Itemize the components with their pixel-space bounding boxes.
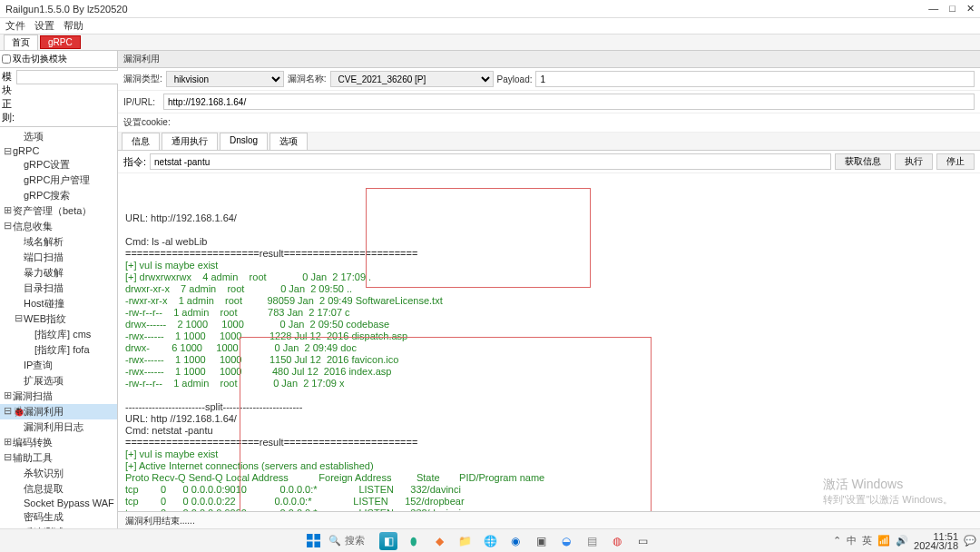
menu-settings[interactable]: 设置 (34, 19, 54, 33)
tree-fp-fofa[interactable]: [指纹库] fofa (0, 342, 117, 358)
taskbar-app-11[interactable]: ▭ (633, 532, 652, 550)
subtab-info[interactable]: 信息 (122, 133, 160, 150)
menu-help[interactable]: 帮助 (64, 19, 83, 33)
panel-title: 漏洞利用 (118, 51, 980, 68)
tray-ime-en[interactable]: 英 (862, 534, 872, 547)
vuln-name-label: 漏洞名称: (288, 73, 327, 85)
svg-rect-0 (307, 534, 313, 540)
module-tree[interactable]: 选项 ⊟gRPC gRPC设置 gRPC用户管理 gRPC搜索 ⊞资产管理（be… (0, 127, 117, 530)
subtab-exec[interactable]: 通用执行 (162, 133, 218, 150)
tree-encoding[interactable]: ⊞编码转换 (0, 435, 117, 450)
cmd-input[interactable] (150, 153, 831, 170)
tree-exploit-log[interactable]: 漏洞利用日志 (0, 419, 117, 435)
payload-input[interactable] (535, 71, 975, 87)
subtab-options[interactable]: 选项 (270, 133, 308, 150)
svg-rect-1 (314, 534, 320, 540)
tree-vulnscan[interactable]: ⊞漏洞扫描 (0, 389, 117, 404)
tree-exploit[interactable]: ⊟🐞漏洞利用 (0, 404, 117, 419)
stop-button[interactable]: 停止 (936, 153, 975, 170)
tree-fp-cms[interactable]: [指纹库] cms (0, 327, 117, 342)
tray-ime-zh[interactable]: 中 (847, 534, 857, 547)
tray-volume-icon[interactable]: 🔊 (896, 535, 908, 547)
cookie-label: 设置cookie: (123, 116, 171, 129)
minimize-button[interactable]: — (928, 3, 938, 15)
tree-grpc[interactable]: ⊟gRPC (0, 144, 117, 157)
tree-hostcollision[interactable]: Host碰撞 (0, 296, 117, 311)
taskbar-app-6[interactable]: ◉ (506, 532, 524, 550)
tree-portscan[interactable]: 端口扫描 (0, 250, 117, 265)
taskbar-explorer[interactable]: 📁 (456, 532, 474, 550)
tree-dirscan[interactable]: 目录扫描 (0, 281, 117, 296)
tree-webfp[interactable]: ⊟WEB指纹 (0, 311, 117, 327)
tree-options[interactable]: 选项 (0, 129, 117, 144)
tray-wifi-icon[interactable]: 📶 (877, 535, 890, 547)
vuln-name-select[interactable]: CVE_2021_36260 [P] (330, 71, 494, 87)
highlight-box-1 (366, 188, 591, 288)
taskbar-app-7[interactable]: ▣ (532, 532, 550, 550)
tab-home[interactable]: 首页 (4, 34, 38, 51)
svg-rect-2 (307, 541, 313, 547)
getinfo-button[interactable]: 获取信息 (835, 153, 891, 170)
module-filter-label: 模块正则: (2, 70, 15, 124)
output-area[interactable]: URL: http://192.168.1.64/ Cmd: ls -al we… (118, 173, 980, 511)
tree-asset[interactable]: ⊞资产管理（beta） (0, 203, 117, 219)
vuln-type-select[interactable]: hikvision (166, 71, 284, 87)
taskbar-app-8[interactable]: ◒ (557, 532, 575, 550)
ipurl-label: IP/URL: (123, 97, 160, 107)
taskbar-search[interactable]: 🔍 搜索 (328, 534, 365, 547)
tree-extoptions[interactable]: 扩展选项 (0, 373, 117, 389)
svg-rect-3 (314, 541, 320, 547)
tree-socketwaf[interactable]: Socket Bypass WAF (0, 497, 117, 509)
taskbar[interactable]: 🔍 搜索 ◧ ⬮ ◆ 📁 🌐 ◉ ▣ ◒ ▤ ◍ ▭ ⌃ 中 英 📶 🔊 11:… (0, 528, 980, 552)
vuln-type-label: 漏洞类型: (123, 73, 162, 85)
start-button[interactable] (303, 531, 323, 551)
ipurl-input[interactable] (163, 94, 975, 110)
bug-icon: 🐞 (13, 406, 22, 418)
taskbar-app-9[interactable]: ▤ (583, 532, 601, 550)
tree-avdetect[interactable]: 杀软识别 (0, 466, 117, 481)
tab-grpc[interactable]: gRPC (40, 35, 81, 49)
taskbar-app-3[interactable]: ◆ (430, 532, 448, 550)
tree-pwdgen[interactable]: 密码生成 (0, 509, 117, 525)
tree-grpc-search[interactable]: gRPC搜索 (0, 188, 117, 203)
taskbar-app-2[interactable]: ⬮ (405, 532, 423, 550)
tree-ipquery[interactable]: IP查询 (0, 358, 117, 373)
tray-notifications-icon[interactable]: 💬 (964, 535, 976, 547)
maximize-button[interactable]: □ (949, 3, 956, 15)
double-click-switch-checkbox[interactable] (2, 53, 11, 65)
run-button[interactable]: 执行 (895, 153, 933, 170)
tree-dns[interactable]: 域名解析 (0, 234, 117, 250)
tree-grpc-settings[interactable]: gRPC设置 (0, 157, 117, 172)
tray-chevron-icon[interactable]: ⌃ (833, 535, 841, 547)
close-button[interactable]: ✕ (966, 3, 975, 15)
status-line: 漏洞利用结束...... (118, 511, 980, 530)
taskbar-app-1[interactable]: ◧ (379, 532, 397, 550)
tree-info[interactable]: ⊟信息收集 (0, 219, 117, 234)
payload-label: Payload: (497, 74, 533, 84)
tree-brute[interactable]: 暴力破解 (0, 265, 117, 281)
subtab-dnslog[interactable]: Dnslog (220, 133, 268, 150)
tree-grpc-users[interactable]: gRPC用户管理 (0, 172, 117, 188)
search-icon: 🔍 (328, 535, 341, 547)
double-click-switch-label: 双击切换模块 (13, 53, 115, 65)
taskbar-app-10[interactable]: ◍ (608, 532, 626, 550)
cmd-label: 指令: (123, 155, 146, 169)
menu-file[interactable]: 文件 (5, 19, 25, 33)
window-title: Railgun1.5.5.0 By lz520520 (5, 4, 928, 15)
tree-infoextract[interactable]: 信息提取 (0, 481, 117, 497)
tray-clock[interactable]: 11:51 2024/3/18 (914, 532, 958, 550)
taskbar-edge[interactable]: 🌐 (481, 532, 499, 550)
tree-aux[interactable]: ⊟辅助工具 (0, 450, 117, 466)
